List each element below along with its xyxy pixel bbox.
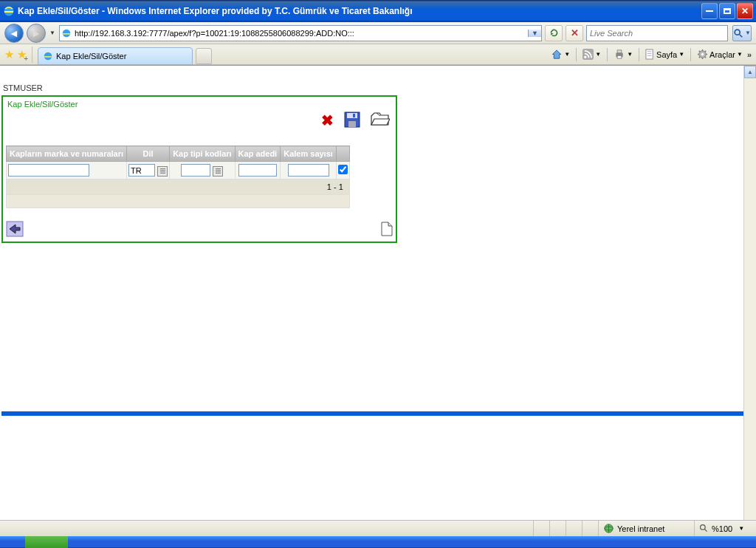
chevron-expand-icon[interactable]: »	[747, 50, 752, 59]
page-content: STMUSER Kap Ekle/Sil/Göster ✖ Kapların m…	[0, 65, 756, 535]
col-adedi: Kap adedi	[235, 146, 281, 162]
svg-rect-9	[617, 55, 622, 58]
intranet-icon	[603, 523, 614, 534]
dil-input[interactable]	[128, 164, 155, 177]
svg-rect-26	[348, 121, 356, 127]
svg-rect-8	[617, 50, 622, 53]
col-tip: Kap tipi kodları	[170, 146, 235, 162]
address-bar: ▼	[59, 25, 542, 41]
col-kalem: Kalem sayısı	[281, 146, 337, 162]
refresh-button[interactable]	[545, 25, 563, 41]
window-maximize-button[interactable]	[719, 3, 735, 19]
svg-line-3	[740, 34, 743, 37]
security-zone: Yerel intranet	[598, 521, 694, 536]
svg-point-1	[63, 29, 71, 37]
zoom-dropdown-icon[interactable]: ▼	[738, 525, 744, 532]
status-cell	[533, 521, 549, 536]
ie-tab-icon	[43, 51, 53, 61]
zoom-icon	[699, 524, 709, 533]
col-dil: Dil	[127, 146, 170, 162]
save-button[interactable]	[344, 112, 360, 128]
panel-title: Kap Ekle/Sil/Göster	[3, 97, 396, 112]
scroll-up-button[interactable]: ▲	[744, 66, 756, 78]
kap-panel: Kap Ekle/Sil/Göster ✖ Kapların marka ve …	[1, 95, 397, 243]
browser-tab[interactable]: Kap Ekle/Sil/Göster	[38, 47, 193, 65]
command-bar: ▼ ▼ ▼ Sayfa ▼ Araçlar ▼ »	[549, 47, 752, 61]
tools-menu-label: Araçlar	[709, 50, 735, 59]
svg-point-4	[44, 52, 52, 60]
delete-button[interactable]: ✖	[321, 112, 334, 129]
svg-point-6	[584, 56, 586, 58]
print-button[interactable]: ▼	[611, 47, 635, 61]
svg-rect-10	[646, 49, 653, 59]
horizontal-divider	[1, 411, 755, 416]
status-cell	[549, 521, 566, 536]
svg-line-20	[699, 51, 700, 52]
search-button[interactable]: ▼	[732, 25, 752, 41]
open-button[interactable]	[371, 112, 388, 126]
tab-label: Kap Ekle/Sil/Göster	[56, 52, 126, 61]
url-input[interactable]	[73, 27, 528, 39]
col-check	[336, 146, 349, 162]
kap-table: Kapların marka ve numaraları Dil Kap tip…	[6, 145, 350, 208]
window-minimize-button[interactable]	[701, 3, 718, 19]
svg-rect-27	[353, 114, 355, 117]
window-title: Kap Ekle/Sil/Göster - Windows Internet E…	[18, 6, 701, 16]
svg-line-39	[704, 529, 707, 531]
marka-input[interactable]	[8, 164, 89, 177]
feeds-button[interactable]: ▼	[580, 47, 603, 61]
vertical-scrollbar[interactable]: ▲ ▼	[743, 66, 756, 535]
navigation-bar: ◄ ► ▼ ▼ ✕ ▼	[0, 22, 756, 44]
row-checkbox[interactable]	[338, 165, 348, 174]
separator	[32, 47, 32, 63]
stop-button[interactable]: ✕	[566, 25, 583, 41]
zone-label: Yerel intranet	[617, 524, 664, 533]
search-box	[586, 25, 728, 41]
windows-taskbar[interactable]	[0, 536, 756, 548]
adedi-input[interactable]	[238, 164, 277, 177]
favorites-icon[interactable]: ★	[4, 48, 14, 61]
search-input[interactable]	[587, 27, 727, 39]
nav-back-button[interactable]: ◄	[4, 24, 24, 43]
svg-line-23	[705, 51, 706, 52]
tip-lookup-button[interactable]	[213, 166, 223, 177]
kalem-input[interactable]	[288, 164, 329, 177]
page-menu-button[interactable]: Sayfa ▼	[643, 47, 687, 61]
svg-point-38	[701, 525, 706, 530]
username-label: STMUSER	[3, 83, 43, 92]
new-tab-button[interactable]	[196, 48, 212, 64]
tools-menu-button[interactable]: Araçlar ▼	[695, 47, 745, 61]
window-close-button[interactable]: ✕	[737, 3, 753, 19]
status-bar: Yerel intranet %100 ▼	[0, 520, 756, 536]
tip-input[interactable]	[181, 164, 210, 177]
table-row	[7, 162, 350, 179]
back-icon-button[interactable]	[6, 221, 24, 237]
home-button[interactable]: ▼	[549, 47, 572, 61]
svg-rect-25	[347, 113, 357, 118]
table-footer	[7, 195, 350, 208]
svg-rect-5	[583, 49, 594, 60]
svg-point-15	[701, 53, 704, 55]
svg-line-22	[699, 57, 700, 58]
ie-logo-icon	[3, 5, 15, 17]
col-marka: Kapların marka ve numaraları	[7, 146, 127, 162]
separator	[576, 48, 577, 61]
window-titlebar: Kap Ekle/Sil/Göster - Windows Internet E…	[0, 0, 756, 22]
svg-line-21	[705, 57, 706, 58]
pager-label: 1 - 1	[7, 179, 350, 195]
page-menu-label: Sayfa	[656, 50, 677, 59]
nav-forward-button[interactable]: ►	[27, 24, 46, 43]
scroll-track[interactable]	[744, 78, 756, 522]
zoom-label: %100	[712, 524, 732, 533]
separator	[690, 48, 691, 61]
nav-history-dropdown[interactable]: ▼	[49, 30, 56, 36]
taskbar-item[interactable]	[25, 536, 68, 548]
page-icon	[60, 28, 73, 38]
status-cell	[566, 521, 582, 536]
url-dropdown-button[interactable]: ▼	[528, 30, 541, 37]
add-favorites-icon[interactable]: ★+	[17, 48, 27, 61]
zoom-control[interactable]: %100 ▼	[694, 521, 756, 536]
dil-lookup-button[interactable]	[157, 166, 168, 177]
new-doc-button[interactable]	[381, 222, 393, 236]
svg-point-2	[735, 30, 740, 35]
